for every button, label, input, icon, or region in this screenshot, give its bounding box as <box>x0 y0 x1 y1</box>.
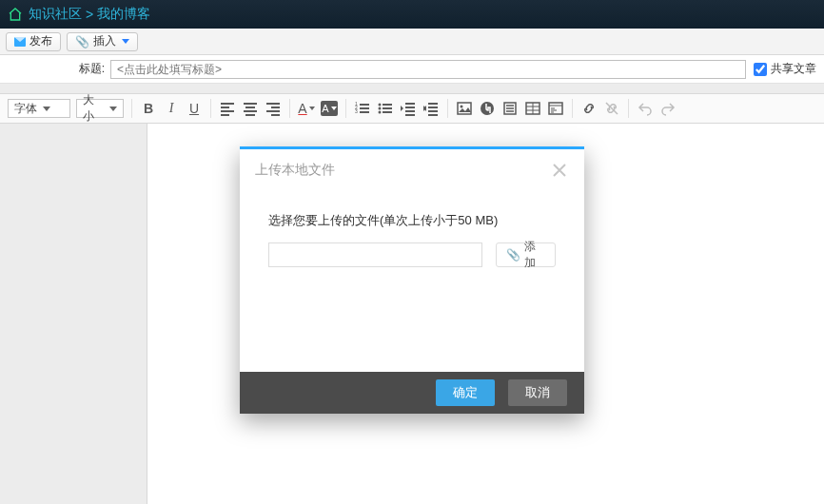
upload-hint: 选择您要上传的文件(单次上传小于50 MB) <box>268 212 556 229</box>
add-label: 添加 <box>524 239 545 271</box>
modal-title: 上传本地文件 <box>255 162 335 179</box>
modal-body: 选择您要上传的文件(单次上传小于50 MB) 📎 添加 <box>240 191 584 372</box>
modal-overlay: 上传本地文件 选择您要上传的文件(单次上传小于50 MB) 📎 添加 确定 取消 <box>0 0 824 504</box>
close-button[interactable] <box>550 161 569 180</box>
modal-header: 上传本地文件 <box>240 149 584 191</box>
file-row: 📎 添加 <box>268 242 556 267</box>
file-path-input[interactable] <box>268 242 482 267</box>
cancel-button[interactable]: 取消 <box>508 379 567 406</box>
modal-footer: 确定 取消 <box>240 372 584 414</box>
upload-modal: 上传本地文件 选择您要上传的文件(单次上传小于50 MB) 📎 添加 确定 取消 <box>240 146 584 414</box>
add-file-button[interactable]: 📎 添加 <box>496 242 556 267</box>
clip-icon: 📎 <box>506 248 520 262</box>
ok-button[interactable]: 确定 <box>436 379 495 406</box>
